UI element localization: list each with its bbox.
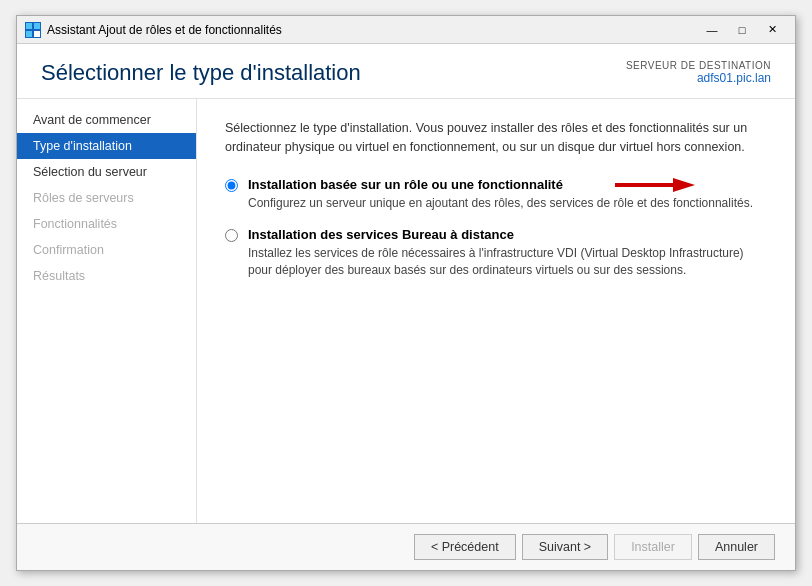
sidebar-item-confirmation: Confirmation — [17, 237, 196, 263]
option-role-based: Installation basée sur un rôle ou une fo… — [225, 177, 767, 212]
destination-label: SERVEUR DE DESTINATION — [626, 60, 771, 71]
sidebar-item-roles: Rôles de serveurs — [17, 185, 196, 211]
cancel-button[interactable]: Annuler — [698, 534, 775, 560]
option-group: Installation basée sur un rôle ou une fo… — [225, 177, 767, 279]
sidebar-item-fonctionnalites: Fonctionnalités — [17, 211, 196, 237]
destination-value: adfs01.pic.lan — [626, 71, 771, 85]
option-rds-desc: Installez les services de rôle nécessair… — [248, 245, 767, 279]
sidebar-item-resultats: Résultats — [17, 263, 196, 289]
svg-rect-1 — [34, 23, 40, 29]
footer: < Précédent Suivant > Installer Annuler — [17, 523, 795, 570]
svg-rect-3 — [34, 31, 40, 37]
window-title: Assistant Ajout de rôles et de fonctionn… — [47, 23, 697, 37]
page-title: Sélectionner le type d'installation — [41, 60, 361, 86]
option-rds-title: Installation des services Bureau à dista… — [248, 227, 767, 242]
main-content: Sélectionnez le type d'installation. Vou… — [197, 99, 795, 523]
red-arrow-icon — [615, 175, 695, 195]
main-window: Assistant Ajout de rôles et de fonctionn… — [16, 15, 796, 571]
next-button[interactable]: Suivant > — [522, 534, 608, 560]
sidebar-item-avant[interactable]: Avant de commencer — [17, 107, 196, 133]
main-description: Sélectionnez le type d'installation. Vou… — [225, 119, 767, 157]
option-rds-text: Installation des services Bureau à dista… — [248, 227, 767, 279]
close-button[interactable]: ✕ — [757, 16, 787, 44]
content-area: Avant de commencer Type d'installation S… — [17, 99, 795, 523]
radio-role-based[interactable] — [225, 179, 238, 192]
prev-button[interactable]: < Précédent — [414, 534, 516, 560]
main-wrapper: Sélectionner le type d'installation SERV… — [17, 44, 795, 523]
destination-info: SERVEUR DE DESTINATION adfs01.pic.lan — [626, 60, 771, 85]
svg-rect-0 — [26, 23, 32, 29]
sidebar-item-type[interactable]: Type d'installation — [17, 133, 196, 159]
option-role-based-desc: Configurez un serveur unique en ajoutant… — [248, 195, 753, 212]
radio-rds[interactable] — [225, 229, 238, 242]
app-icon — [25, 22, 41, 38]
svg-rect-2 — [26, 31, 32, 37]
window-controls: — □ ✕ — [697, 16, 787, 44]
sidebar: Avant de commencer Type d'installation S… — [17, 99, 197, 523]
titlebar: Assistant Ajout de rôles et de fonctionn… — [17, 16, 795, 44]
page-header: Sélectionner le type d'installation SERV… — [17, 44, 795, 99]
maximize-button[interactable]: □ — [727, 16, 757, 44]
minimize-button[interactable]: — — [697, 16, 727, 44]
install-button: Installer — [614, 534, 692, 560]
option-rds: Installation des services Bureau à dista… — [225, 227, 767, 279]
svg-marker-5 — [673, 178, 695, 192]
sidebar-item-selection[interactable]: Sélection du serveur — [17, 159, 196, 185]
